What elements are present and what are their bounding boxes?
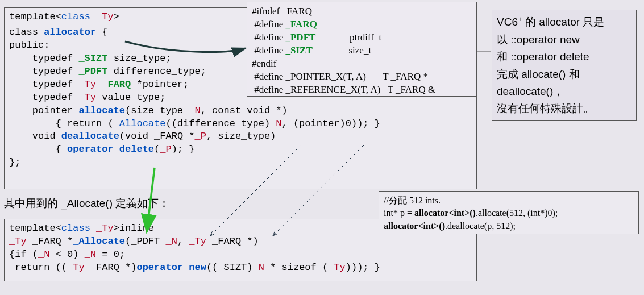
vc6-note: VC6+ 的 allocator 只是 以 ::operator new 和 :… [492,10,637,121]
mid-label: 其中用到的 _Allocate() 定義如下： [4,196,169,211]
defines-box: #ifndef _FARQ #define _FARQ #define _PDF… [247,2,477,97]
usage-box: //分配 512 ints. int* p = allocator<int>()… [379,191,639,234]
